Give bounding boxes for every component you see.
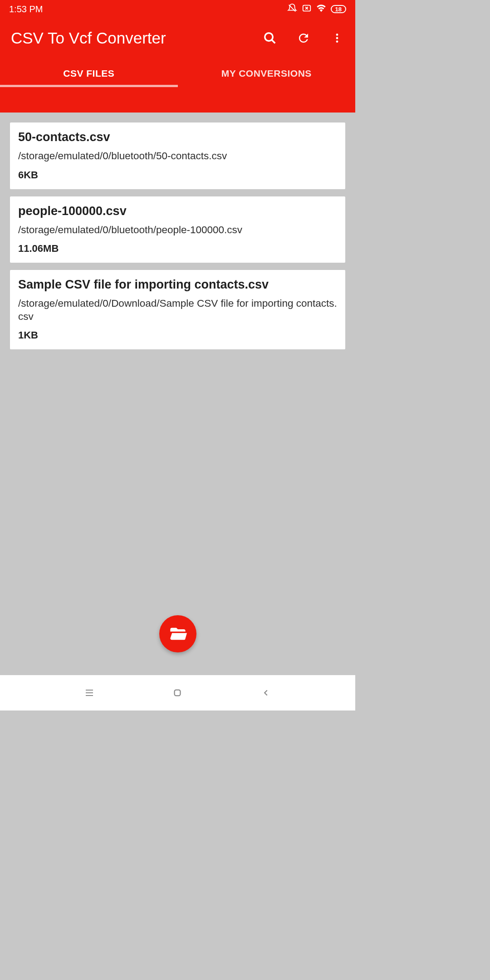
- file-path: /storage/emulated/0/bluetooth/people-100…: [18, 224, 337, 236]
- status-bar: 1:53 PM 18: [0, 0, 355, 18]
- svg-point-2: [336, 34, 338, 36]
- app-bar: CSV To Vcf Converter: [0, 18, 355, 61]
- status-icons: 18: [287, 3, 346, 15]
- back-button[interactable]: [259, 686, 273, 700]
- home-button[interactable]: [171, 686, 184, 700]
- file-name: Sample CSV file for importing contacts.c…: [18, 277, 337, 292]
- file-item[interactable]: Sample CSV file for importing contacts.c…: [10, 270, 345, 349]
- recent-apps-button[interactable]: [83, 686, 96, 700]
- file-name: 50-contacts.csv: [18, 130, 337, 144]
- app-title-row: CSV To Vcf Converter: [11, 29, 344, 61]
- file-size: 1KB: [18, 329, 337, 341]
- file-item[interactable]: 50-contacts.csv /storage/emulated/0/blue…: [10, 122, 345, 189]
- tab-csv-files[interactable]: CSV FILES: [0, 61, 178, 87]
- file-path: /storage/emulated/0/bluetooth/50-contact…: [18, 150, 337, 162]
- search-button[interactable]: [263, 31, 277, 45]
- tabs: CSV FILES MY CONVERSIONS: [0, 61, 355, 87]
- file-name: people-100000.csv: [18, 204, 337, 218]
- file-size: 11.06MB: [18, 243, 337, 255]
- status-time: 1:53 PM: [9, 4, 43, 15]
- refresh-icon: [297, 31, 310, 45]
- menu-icon: [84, 687, 95, 698]
- close-box-icon: [302, 3, 312, 15]
- app-actions: [263, 31, 344, 45]
- folder-open-icon: [169, 625, 187, 643]
- search-icon: [263, 31, 277, 45]
- home-icon: [172, 688, 182, 698]
- more-button[interactable]: [330, 31, 344, 45]
- notification-muted-icon: [287, 3, 297, 15]
- svg-point-3: [336, 37, 338, 39]
- back-icon: [261, 688, 271, 698]
- main-content: 50-contacts.csv /storage/emulated/0/blue…: [0, 113, 355, 349]
- svg-rect-8: [175, 690, 181, 696]
- refresh-button[interactable]: [296, 31, 311, 45]
- nav-bar: [0, 675, 355, 710]
- file-path: /storage/emulated/0/Download/Sample CSV …: [18, 297, 337, 323]
- open-folder-fab[interactable]: [159, 615, 196, 652]
- file-size: 6KB: [18, 169, 337, 181]
- wifi-icon: [316, 3, 326, 15]
- svg-point-4: [336, 40, 338, 43]
- ad-space: [0, 87, 355, 113]
- tab-my-conversions[interactable]: MY CONVERSIONS: [178, 61, 356, 87]
- battery-level: 18: [331, 5, 346, 13]
- more-vert-icon: [331, 32, 343, 44]
- app-title: CSV To Vcf Converter: [11, 29, 166, 47]
- svg-point-1: [265, 33, 273, 41]
- file-item[interactable]: people-100000.csv /storage/emulated/0/bl…: [10, 196, 345, 263]
